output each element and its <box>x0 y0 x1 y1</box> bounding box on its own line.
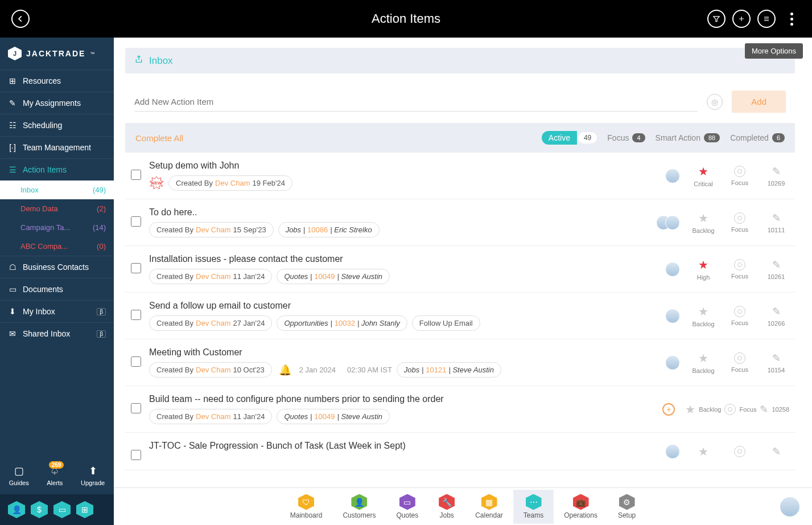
bn-calendar[interactable]: ▦ Calendar <box>465 490 513 524</box>
nav-resources[interactable]: ⊞Resources <box>0 69 114 92</box>
focus-target[interactable] <box>734 352 745 364</box>
avatar <box>665 215 680 230</box>
add-button[interactable] <box>732 10 751 28</box>
bn-customers[interactable]: 👤 Customers <box>332 490 386 524</box>
filter-focus[interactable]: Focus 4 <box>607 133 645 142</box>
item-checkbox[interactable] <box>131 310 141 320</box>
sub-inbox[interactable]: Inbox (49) <box>0 181 114 199</box>
link-chip[interactable]: Jobs | 10086 | Eric Strelko <box>278 222 380 237</box>
tag-chip[interactable]: Follow Up Email <box>412 315 480 331</box>
focus-target[interactable] <box>724 404 736 415</box>
add-action-button[interactable]: Add <box>732 91 786 113</box>
complete-all-link[interactable]: Complete All <box>135 133 183 143</box>
item-checkbox[interactable] <box>131 216 141 227</box>
hex-card-button[interactable]: ▭ <box>53 501 71 518</box>
bn-operations[interactable]: 💼 Operations <box>554 490 608 524</box>
sub-demo-data[interactable]: Demo Data (2) <box>0 199 114 218</box>
bn-quotes[interactable]: ▭ Quotes <box>386 490 428 524</box>
nav-business-contacts[interactable]: ☖Business Contacts <box>0 256 114 278</box>
logo[interactable]: J JACKTRADE™ <box>0 38 114 69</box>
assignee-avatars[interactable] <box>656 215 680 230</box>
link-chip[interactable]: Opportunities | 10032 | John Stanly <box>277 315 407 331</box>
item-title[interactable]: Build team -- need to configure phone nu… <box>149 394 654 404</box>
bn-setup[interactable]: ⚙ Setup <box>608 490 646 524</box>
assignee-avatars[interactable]: + <box>662 403 675 416</box>
filter-button[interactable] <box>707 10 726 28</box>
priority-star[interactable]: ★ <box>698 258 708 272</box>
edit-icon[interactable]: ✎ <box>772 305 781 318</box>
nav-action-items[interactable]: ☰Action Items <box>0 158 114 181</box>
item-title[interactable]: Setup demo with John <box>149 161 657 171</box>
edit-icon[interactable]: ✎ <box>772 165 781 178</box>
link-chip[interactable]: Quotes | 10049 | Steve Austin <box>277 269 390 284</box>
nav-my-assignments[interactable]: ✎My Assignments <box>0 92 114 114</box>
item-title[interactable]: Send a follow up email to customer <box>149 301 657 311</box>
nav-my-inbox[interactable]: ⬇My Inboxβ <box>0 300 114 322</box>
focus-target[interactable] <box>734 446 745 457</box>
assignee-avatars[interactable] <box>665 262 680 277</box>
item-title[interactable]: JT-TOC - Sale Progression - Bunch of Tas… <box>149 441 657 451</box>
edit-icon[interactable]: ✎ <box>772 212 781 224</box>
filter-completed[interactable]: Completed 6 <box>730 133 785 142</box>
guides-button[interactable]: ▢ Guides <box>9 465 29 486</box>
focus-target[interactable] <box>734 259 745 270</box>
item-checkbox[interactable] <box>131 263 141 273</box>
edit-icon[interactable]: ✎ <box>772 259 781 271</box>
back-button[interactable] <box>11 10 30 28</box>
hex-dollar-button[interactable]: $ <box>31 501 48 518</box>
link-chip[interactable]: Quotes | 10049 | Steve Austin <box>277 409 390 424</box>
focus-target[interactable] <box>734 166 745 177</box>
priority-star[interactable]: ★ <box>698 165 708 178</box>
nav-scheduling[interactable]: ☷Scheduling <box>0 114 114 136</box>
filter-smart-action[interactable]: Smart Action 88 <box>656 133 720 142</box>
item-checkbox[interactable] <box>131 450 141 460</box>
item-title[interactable]: Installation issues - please contact the… <box>149 254 657 264</box>
item-title[interactable]: Meeting with Customer <box>149 347 657 358</box>
assignee-avatars[interactable] <box>665 355 680 370</box>
assignee-avatars[interactable] <box>665 309 680 323</box>
alerts-button[interactable]: 269 ♤ Alerts <box>47 465 63 486</box>
list-button[interactable] <box>757 10 776 28</box>
item-title[interactable]: To do here.. <box>149 207 648 218</box>
item-checkbox[interactable] <box>131 170 141 180</box>
target-icon[interactable]: ◎ <box>707 94 723 110</box>
user-avatar[interactable] <box>780 497 799 516</box>
focus-target[interactable] <box>734 212 745 224</box>
created-by-chip[interactable]: Created By Dev Cham 27 Jan'24 <box>149 315 272 331</box>
more-options-button[interactable] <box>782 10 801 28</box>
priority-star[interactable]: ★ <box>698 211 708 225</box>
focus-target[interactable] <box>734 306 745 317</box>
created-by-chip[interactable]: Created By Dev Cham 11 Jan'24 <box>149 409 272 424</box>
sub-campaign[interactable]: Campaign Ta... (14) <box>0 218 114 237</box>
created-by-chip[interactable]: Created By Dev Cham 10 Oct'23 <box>149 362 272 378</box>
upgrade-button[interactable]: ⬆ Upgrade <box>81 465 105 486</box>
nav-team-management[interactable]: [·]Team Management <box>0 136 114 158</box>
bn-jobs[interactable]: 🔧 Jobs <box>428 490 465 524</box>
priority-star[interactable]: ★ <box>685 403 695 416</box>
edit-icon[interactable]: ✎ <box>772 352 781 364</box>
created-by-chip[interactable]: Created By Dev Cham 19 Feb'24 <box>168 175 292 191</box>
bn-mainboard[interactable]: 🛡 Mainboard <box>280 490 333 524</box>
filter-active[interactable]: Active 49 <box>542 131 597 145</box>
link-chip[interactable]: Jobs | 10121 | Steve Austin <box>397 362 501 378</box>
priority-star[interactable]: ★ <box>698 351 708 365</box>
created-by-chip[interactable]: Created By Dev Cham 11 Jan'24 <box>149 269 272 284</box>
add-assignee-button[interactable]: + <box>662 403 675 416</box>
priority-star[interactable]: ★ <box>698 445 708 458</box>
item-checkbox[interactable] <box>131 356 141 367</box>
hex-user-button[interactable]: 👤 <box>8 501 25 518</box>
nav-documents[interactable]: ▭Documents <box>0 278 114 300</box>
created-by-chip[interactable]: Created By Dev Cham 15 Sep'23 <box>149 222 274 237</box>
sub-abc-company[interactable]: ABC Compa... (0) <box>0 237 114 256</box>
add-action-input[interactable] <box>134 92 698 112</box>
edit-icon[interactable]: ✎ <box>772 445 781 458</box>
assignee-avatars[interactable] <box>665 169 680 183</box>
priority-star[interactable]: ★ <box>698 305 708 318</box>
edit-icon[interactable]: ✎ <box>760 403 768 416</box>
nav-shared-inbox[interactable]: ✉Shared Inboxβ <box>0 322 114 344</box>
assignee-avatars[interactable] <box>665 444 680 459</box>
hex-grid-button[interactable]: ⊞ <box>76 501 93 518</box>
priority-label: Backlog <box>692 321 714 327</box>
bn-teams[interactable]: ⋯ Teams <box>513 490 554 524</box>
item-checkbox[interactable] <box>131 403 141 413</box>
